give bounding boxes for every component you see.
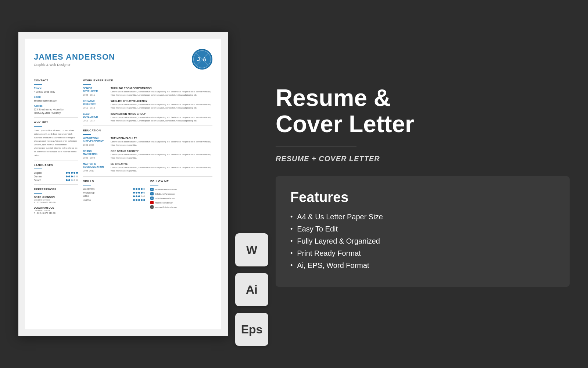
why-me-bar: [34, 126, 42, 127]
feature-item-1: • A4 & Us Letter Paper Size: [290, 213, 555, 221]
edu-left-3: MASTER INCOMMUNICATION 2008- 2010: [83, 163, 107, 173]
dribbble-icon: D: [150, 197, 154, 200]
work-item-1: SENIORDEVELOPER 2008 - 2011 THINKING ROO…: [83, 87, 212, 97]
follow-dribbble-link: dribble.net/anderson: [155, 197, 175, 199]
main-heading: Resume & Cover Letter: [276, 85, 570, 137]
work-company-1: THINKING ROOM CORPORATION: [111, 87, 212, 89]
panel-divider: [276, 146, 356, 146]
lang-german: German: [34, 175, 42, 178]
edu-desc-2: Lorem ipsum dolor sit amet, consectetur …: [111, 153, 212, 160]
contact-email-label: Email: [34, 96, 78, 98]
format-icon-eps: Eps: [235, 313, 268, 346]
edu-item-3: MASTER INCOMMUNICATION 2008- 2010 BE CRE…: [83, 163, 212, 173]
work-divider: [83, 125, 212, 126]
languages-bar: [34, 169, 42, 169]
edu-desc-3: Lorem ipsum dolor sit amet, consectetur …: [111, 166, 212, 173]
work-left-1: SENIORDEVELOPER 2008 - 2011: [83, 87, 107, 97]
skill-dots-html: [133, 195, 145, 197]
dot: [138, 188, 140, 190]
bullet-1: •: [290, 213, 293, 221]
edu-company-3: BE CREATIVE: [111, 163, 212, 165]
panel-subtitle: RESUME + COVER LETTER: [276, 155, 570, 163]
flickr-icon: f: [150, 201, 154, 204]
education-title: EDUCATION: [83, 129, 212, 132]
follow-linkedin-link: linkdin.net/anderson: [155, 193, 175, 195]
bullet-4: •: [290, 250, 293, 257]
dot: [71, 179, 73, 181]
work-left-2: CREATIVEDIRECTOR 2011 - 2013: [83, 100, 107, 110]
dot: [66, 172, 68, 174]
dot: [68, 179, 70, 181]
dot: [66, 176, 68, 177]
format-icon-ai: Ai: [235, 273, 268, 306]
work-detail-3: INSPIRATION MINDS GROUP Lorem ipsum dolo…: [111, 113, 212, 123]
edu-position-1: WEB DESIGN& DEVELOPMENT: [83, 137, 107, 143]
dot: [76, 179, 78, 181]
dot: [71, 176, 73, 177]
why-me-divider: [34, 160, 78, 160]
ref-2: JONATHAN DOE Creative Director P : 12 34…: [34, 206, 78, 214]
follow-section: FOLLOW ME B behance.net/anderson in link…: [150, 180, 212, 210]
dot: [136, 195, 137, 197]
follow-dribbble: D dribble.net/anderson: [150, 197, 212, 200]
dot: [133, 192, 135, 194]
resume-logo: J A: [192, 49, 212, 70]
features-box: Features • A4 & Us Letter Paper Size • E…: [276, 176, 570, 287]
dot: [74, 179, 75, 181]
feature-item-4: • Print Ready Format: [290, 249, 555, 258]
follow-bar: [150, 185, 158, 185]
refs-bar: [34, 193, 42, 194]
linkedin-icon: in: [150, 192, 154, 195]
dot: [136, 192, 137, 194]
dot: [143, 199, 145, 201]
edu-detail-1: THE MEDIA FACULTY Lorem ipsum dolor sit …: [111, 137, 212, 147]
lang-german-dots: [66, 176, 78, 177]
work-years-1: 2008 - 2011: [83, 94, 107, 96]
work-exp-bar: [83, 84, 91, 85]
refs-title: REFFERENCES: [34, 188, 78, 191]
feature-text-5: Ai, EPS, Word Format: [297, 261, 369, 270]
feature-item-5: • Ai, EPS, Word Format: [290, 261, 555, 270]
contact-section-bar: [34, 84, 42, 85]
right-info-panel: Resume & Cover Letter RESUME + COVER LET…: [276, 81, 570, 287]
work-desc-2: Lorem ipsum dolor sit amet, consectetur …: [111, 103, 212, 110]
feature-text-3: Fully Layred & Organized: [297, 237, 380, 245]
follow-title: FOLLOW ME: [150, 180, 212, 183]
resume-subtitle: Graphic & Web Designer: [34, 63, 115, 67]
education-bar: [83, 134, 91, 135]
skills-title: SKILLS: [83, 180, 145, 183]
edu-company-1: THE MEDIA FACULTY: [111, 137, 212, 139]
word-label: W: [246, 243, 257, 257]
edu-left-1: WEB DESIGN& DEVELOPMENT 2003- 2005: [83, 137, 107, 147]
work-position-1: SENIORDEVELOPER: [83, 87, 107, 93]
resume-left-column: CONTACT Phone + 88 027 8985 7582 Email a…: [34, 79, 78, 214]
dot: [76, 172, 78, 174]
resume-document: JAMES ANDERSON Graphic & Web Designer J …: [25, 39, 221, 329]
heading-line2: Cover Letter: [276, 111, 414, 137]
ai-label: Ai: [246, 283, 258, 297]
ref2-contact: P : 12 345 678 910 88: [34, 212, 78, 214]
ref-1: BRAD JHONSON Creative Director P : 12 34…: [34, 196, 78, 204]
skill-name-photoshop: Photoshop: [83, 191, 94, 194]
follow-behance-link: behance.net/anderson: [155, 188, 177, 191]
dot: [138, 199, 140, 201]
contact-divider: [34, 117, 78, 118]
follow-flickr-link: fliker.net/anderson: [155, 202, 173, 204]
work-left-3: LEADDEVELOPER 2013 - 2017: [83, 113, 107, 123]
skill-photoshop: Photoshop: [83, 191, 145, 194]
resume-right-column: WORK EXPERIENCE SENIORDEVELOPER 2008 - 2…: [83, 79, 212, 214]
resume-name: JAMES ANDERSON: [34, 52, 115, 62]
behance-icon: B: [150, 188, 154, 191]
dot: [68, 172, 70, 174]
edu-desc-1: Lorem ipsum dolor sit amet, consectetur …: [111, 140, 212, 147]
resume-header: JAMES ANDERSON Graphic & Web Designer J …: [34, 49, 212, 70]
language-row-french: French: [34, 179, 78, 181]
dot: [143, 192, 145, 194]
edu-item-2: BRANDMARKETING 2006 - 2008 ONE BRAND FAC…: [83, 150, 212, 160]
dot: [141, 192, 143, 194]
lang-divider: [34, 184, 78, 185]
dot: [141, 199, 143, 201]
edu-company-2: ONE BRAND FACULTY: [111, 150, 212, 152]
follow-linkedin: in linkdin.net/anderson: [150, 192, 212, 195]
work-years-3: 2013 - 2017: [83, 120, 107, 122]
